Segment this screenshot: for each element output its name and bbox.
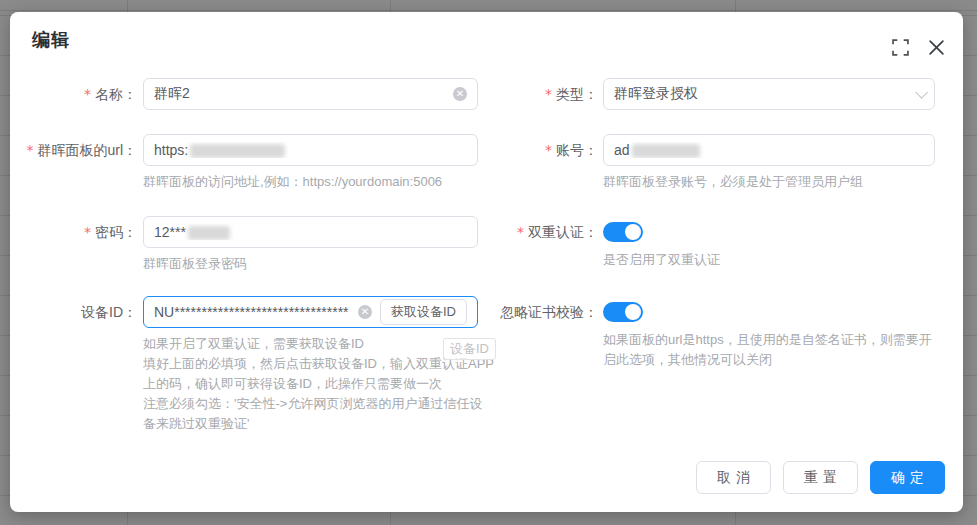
name-value: 群晖2 [154,85,453,103]
redacted-url [190,144,285,158]
type-selected-value: 群晖登录授权 [614,85,915,103]
dialog-title: 编辑 [32,28,70,52]
required-mark: * [84,86,91,102]
type-label: *类型： [430,78,598,110]
fullscreen-icon[interactable] [889,36,911,58]
password-input[interactable]: 12*** [143,216,478,248]
ignore-cert-toggle[interactable] [603,302,643,322]
device-id-label: 设备ID： [10,296,137,328]
redacted-account [632,144,700,158]
url-label: *群晖面板的url： [10,134,137,166]
dialog-footer: 取消 重置 确定 [696,461,945,494]
device-id-input[interactable]: NU******************************** ✕ 获取设… [143,296,478,328]
type-select[interactable]: 群晖登录授权 [603,78,935,110]
required-mark: * [545,86,552,102]
account-helper-text: 群晖面板登录账号，必须是处于管理员用户组 [603,172,935,192]
password-helper-text: 群晖面板登录密码 [143,254,478,274]
name-label: *名称： [10,78,137,110]
account-value: ad [614,142,924,158]
two-factor-toggle[interactable] [603,222,643,242]
required-mark: * [517,224,524,240]
chevron-down-icon [915,86,928,99]
ignore-cert-label: 忽略证书校验： [430,296,598,328]
toggle-knob [625,304,641,320]
redacted-password [188,226,230,240]
device-id-helper-line: 填好上面的必填项，然后点击获取设备ID，输入双重认证APP上的码，确认即可获得设… [143,354,495,394]
url-input[interactable]: https: [143,134,478,166]
device-id-value: NU******************************** [154,304,358,320]
password-label: *密码： [10,216,137,248]
device-id-drag-ghost: 设备ID [443,338,496,360]
confirm-button[interactable]: 确定 [870,461,945,494]
url-value: https: [154,142,467,158]
two-factor-helper-text: 是否启用了双重认证 [603,250,935,270]
reset-button[interactable]: 重置 [783,461,858,494]
row-name-type: *名称： 群晖2 ✕ *类型： 群晖登录授权 [10,78,963,110]
name-input[interactable]: 群晖2 ✕ [143,78,478,110]
two-factor-label: *双重认证： [430,216,598,248]
required-mark: * [26,142,33,158]
ignore-cert-helper-text: 如果面板的url是https，且使用的是自签名证书，则需要开启此选项，其他情况可… [603,330,935,370]
account-input[interactable]: ad [603,134,935,166]
close-icon[interactable] [925,36,947,58]
device-id-helper-line: 注意必须勾选：'安全性->允许网页浏览器的用户通过信任设备来跳过双重验证' [143,394,495,434]
password-value: 12*** [154,224,467,240]
required-mark: * [545,142,552,158]
toggle-knob [625,224,641,240]
clear-icon[interactable]: ✕ [358,305,372,319]
dialog-header-actions [889,36,947,58]
edit-dialog: 编辑 *名称： 群晖2 ✕ *类型： 群晖登录授权 [10,12,963,512]
url-helper-text: 群晖面板的访问地址,例如：https://yourdomain:5006 [143,172,478,192]
cancel-button[interactable]: 取消 [696,461,771,494]
required-mark: * [84,224,91,240]
account-label: *账号： [430,134,598,166]
